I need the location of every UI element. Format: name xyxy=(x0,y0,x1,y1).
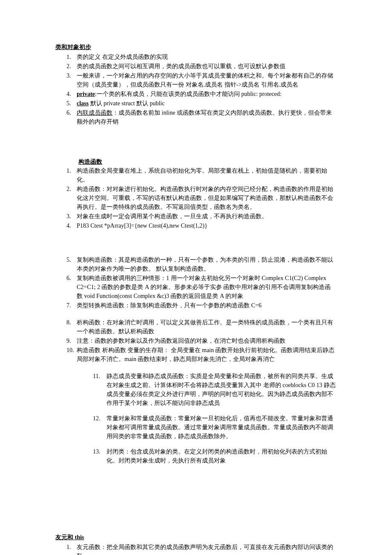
list-item: 3.一般来讲，一个对象占用的内存空间的大小等于其成员变量的体积之和。每个对象都有… xyxy=(66,71,337,89)
list-item: 3.对象在生成时一定会调用某个构造函数，一旦生成，不再执行构造函数。 xyxy=(66,212,337,221)
item-text: 类型转换构造函数：除复制构造函数外，只有一个参数的构造函数 C=6 xyxy=(77,301,337,310)
item-text: 友元函数：把全局函数和其它类的成员函数声明为友元函数后，可直接在友元函数内部访问… xyxy=(77,543,337,555)
section2-list1: 1.构造函数全局变量在堆上，系统自动初始化为零。局部变量在栈上，初始值是随机的，… xyxy=(55,166,337,230)
list-item: 5.class 默认 private struct 默认 public xyxy=(66,99,337,108)
item-text: 类的成员函数之间可以相互调用，类的成员函数也可以重载，也可设默认参数值 xyxy=(77,62,337,71)
item-text: 对象在生成时一定会调用某个构造函数，一旦生成，不再执行构造函数。 xyxy=(77,212,337,221)
item-num: 11. xyxy=(93,372,107,408)
item-text: 类的定义 在定义外成员函数的实现 xyxy=(77,52,337,61)
item-num: 7. xyxy=(66,301,77,310)
list-item: 2.构造函数：对对象进行初始化。构造函数执行时对象的内存空间已经分配，构造函数的… xyxy=(66,185,337,211)
item-text: 封闭类：包含成员对象的类。在定义封闭类的构造函数时，用初始化列表的方式初始化。封… xyxy=(107,447,337,465)
item-num: 3. xyxy=(66,71,77,89)
section2-title: 构造函数 xyxy=(78,159,102,165)
item-text: private:一个类的私有成员，只能在该类的成员函数中才能访问 public:… xyxy=(77,90,337,98)
list-item: 1.构造函数全局变量在堆上，系统自动初始化为零。局部变量在栈上，初始值是随机的，… xyxy=(66,166,337,184)
item-text: 构造函数全局变量在堆上，系统自动初始化为零。局部变量在栈上，初始值是随机的，需要… xyxy=(77,166,337,184)
item-num: 6. xyxy=(66,108,77,126)
item-text: 构造函数 析构函数 变量的生存期： 全局变量在 main 函数开始执行前初始化。… xyxy=(77,346,337,364)
underline-bold: class xyxy=(77,100,89,107)
list-item: 4.private:一个类的私有成员，只能在该类的成员函数中才能访问 publi… xyxy=(66,90,337,98)
list-item: 4.P183 Ctest *pArray[3]={new Ctest(4),ne… xyxy=(66,221,337,230)
item-text: 常量对象和常量成员函数：常量对象一旦初始化后，值再也不能改变。常量对象和普通对象… xyxy=(107,414,337,441)
section3-list: 1.友元函数：把全局函数和其它类的成员函数声明为友元函数后，可直接在友元函数内部… xyxy=(55,543,337,555)
item-num: 10. xyxy=(66,346,77,364)
item-text: 一般来讲，一个对象占用的内存空间的大小等于其成员变量的体积之和。每个对象都有自己… xyxy=(77,71,337,89)
list-item: 5.复制构造函数：其是构造函数的一种，只有一个参数，为本类的引用，防止混淆，构造… xyxy=(66,255,337,273)
item-text: 复制构造函数被调用的三种情形：1 用一个对象去初始化另一个对象时 Complex… xyxy=(77,274,337,301)
item-text: 析构函数：在对象消亡时调用，可以定义其做善后工作。是一类特殊的成员函数，一个类有… xyxy=(77,318,337,336)
item-num: 1. xyxy=(66,543,77,555)
item-num: 5. xyxy=(66,99,77,108)
item-num: 5. xyxy=(66,255,77,273)
item-text: class 默认 private struct 默认 public xyxy=(77,99,337,108)
section2-list4: 11.静态成员变量和静态成员函数：实质是全局变量和全局函数，被所有的同类共享。生… xyxy=(55,372,337,465)
section2-list2: 5.复制构造函数：其是构造函数的一种，只有一个参数，为本类的引用，防止混淆，构造… xyxy=(55,255,337,310)
list-item: 11.静态成员变量和静态成员函数：实质是全局变量和全局函数，被所有的同类共享。生… xyxy=(93,372,337,408)
item-num: 6. xyxy=(66,274,77,301)
item-num: 9. xyxy=(66,336,77,345)
item-num: 12. xyxy=(93,414,107,441)
list-item: 6.内联成员函数：成员函数名前加 inline 或函数体写在类定义内部的成员函数… xyxy=(66,108,337,126)
item-text: 注意：函数的参数对象以及作为函数返回值的对象，在消亡时也会调用析构函数 xyxy=(77,336,337,345)
item-num: 8. xyxy=(66,318,77,336)
item-num: 3. xyxy=(66,212,77,221)
item-text: 静态成员变量和静态成员函数：实质是全局变量和全局函数，被所有的同类共享。生成在对… xyxy=(107,372,337,408)
list-item: 7.类型转换构造函数：除复制构造函数外，只有一个参数的构造函数 C=6 xyxy=(66,301,337,310)
item-num: 4. xyxy=(66,90,77,98)
item-text: 构造函数：对对象进行初始化。构造函数执行时对象的内存空间已经分配，构造函数的作用… xyxy=(77,185,337,211)
text-part: :一个类的私有成员，只能在该类的成员函数中才能访问 public: protec… xyxy=(95,91,282,97)
section1-list: 1.类的定义 在定义外成员函数的实现 2.类的成员函数之间可以相互调用，类的成员… xyxy=(55,52,337,126)
section2-list3: 8.析构函数：在对象消亡时调用，可以定义其做善后工作。是一类特殊的成员函数，一个… xyxy=(55,318,337,364)
item-num: 13. xyxy=(93,447,107,465)
section1-title: 类和对象初步 xyxy=(55,43,337,52)
list-item: 10.构造函数 析构函数 变量的生存期： 全局变量在 main 函数开始执行前初… xyxy=(66,346,337,364)
item-num: 1. xyxy=(66,166,77,184)
section3-title: 友元和 this xyxy=(55,533,337,542)
item-num: 2. xyxy=(66,62,77,71)
text-part: 默认 private struct 默认 public xyxy=(89,100,164,107)
item-num: 2. xyxy=(66,185,77,211)
list-item: 12.常量对象和常量成员函数：常量对象一旦初始化后，值再也不能改变。常量对象和普… xyxy=(93,414,337,441)
list-item: 13.封闭类：包含成员对象的类。在定义封闭类的构造函数时，用初始化列表的方式初始… xyxy=(93,447,337,465)
underline: 内联成员函数 xyxy=(77,110,112,116)
list-item: 9.注意：函数的参数对象以及作为函数返回值的对象，在消亡时也会调用析构函数 xyxy=(66,336,337,345)
item-num: 4. xyxy=(66,221,77,230)
item-text: 内联成员函数：成员函数名前加 inline 或函数体写在类定义内部的成员函数。执… xyxy=(77,108,337,126)
item-num: 1. xyxy=(66,52,77,61)
list-item: 8.析构函数：在对象消亡时调用，可以定义其做善后工作。是一类特殊的成员函数，一个… xyxy=(66,318,337,336)
item-text: 复制构造函数：其是构造函数的一种，只有一个参数，为本类的引用，防止混淆，构造函数… xyxy=(77,255,337,273)
text-part: ：成员函数名前加 inline 或函数体写在类定义内部的成员函数。执行更快，但会… xyxy=(77,110,332,125)
list-item: 6.复制构造函数被调用的三种情形：1 用一个对象去初始化另一个对象时 Compl… xyxy=(66,274,337,301)
underline-bold: private xyxy=(77,91,95,97)
item-text: P183 Ctest *pArray[3]={new Ctest(4),new … xyxy=(77,221,337,230)
list-item: 1.友元函数：把全局函数和其它类的成员函数声明为友元函数后，可直接在友元函数内部… xyxy=(66,543,337,555)
list-item: 1.类的定义 在定义外成员函数的实现 xyxy=(66,52,337,61)
list-item: 2.类的成员函数之间可以相互调用，类的成员函数也可以重载，也可设默认参数值 xyxy=(66,62,337,71)
